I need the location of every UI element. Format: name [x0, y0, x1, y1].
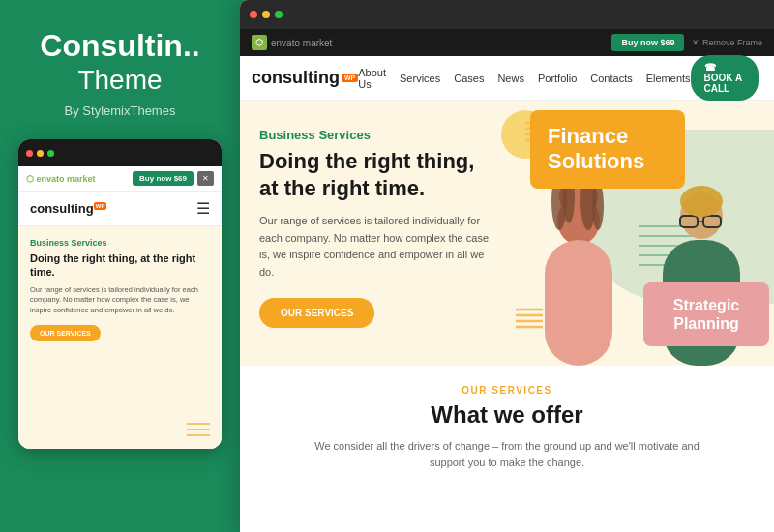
theme-subtitle: Theme [77, 65, 162, 96]
hamburger-icon[interactable]: ☰ [196, 199, 210, 218]
nav-about-us[interactable]: About Us [358, 67, 386, 90]
our-services-button[interactable]: OUR SERVICES [259, 298, 374, 328]
our-services-subtitle: OUR SERVICES [259, 385, 755, 396]
envato-top-bar: ⬡ envato market Buy now $69 ✕ Remove Fra… [240, 29, 774, 56]
mobile-buy-button[interactable]: Buy now $69 [133, 171, 194, 186]
envato-icon: ⬡ [252, 35, 267, 50]
envato-logo: ⬡ envato market [252, 35, 332, 50]
site-nav: consultingWP About Us Services Cases New… [240, 56, 774, 101]
right-panel: ⬡ envato market Buy now $69 ✕ Remove Fra… [240, 0, 774, 532]
site-logo: consultingWP [252, 68, 358, 88]
book-call-button[interactable]: ☎ BOOK A CALL [691, 55, 759, 101]
mobile-deco-icon [187, 418, 210, 441]
mobile-logo: consultingWP [30, 201, 106, 216]
svg-point-13 [592, 182, 604, 230]
browser-chrome [240, 0, 774, 29]
nav-services[interactable]: Services [400, 73, 440, 84]
nav-contacts[interactable]: Contacts [590, 73, 632, 84]
mobile-hero: Business Services Doing the right thing,… [18, 226, 222, 449]
nav-news[interactable]: News [497, 73, 524, 84]
mobile-nav: consultingWP ☰ [18, 192, 222, 226]
mobile-hero-title: Doing the right thing, at the right time… [30, 251, 210, 280]
mobile-business-label: Business Services [30, 238, 210, 248]
hero-description: Our range of services is tailored indivi… [259, 213, 491, 281]
hero-right: Finance Solutions [511, 101, 774, 366]
browser-dot-yellow [262, 11, 270, 18]
business-services-label: Business Services [259, 128, 491, 142]
browser-dot-red [250, 11, 257, 18]
mobile-dot-red [26, 150, 33, 157]
nav-elements[interactable]: Elements [646, 73, 691, 84]
envato-market-text: envato market [271, 38, 332, 48]
browser-dot-green [275, 11, 283, 18]
hero-section: Business Services Doing the right thing,… [240, 101, 774, 366]
mobile-mockup: ⬡ envato market Buy now $69 ✕ consulting… [18, 139, 222, 449]
mobile-hero-description: Our range of services is tailored indivi… [30, 285, 210, 316]
hero-main-title: Doing the right thing, at the right time… [259, 148, 491, 201]
what-we-offer-title: What we offer [259, 401, 755, 429]
envato-right-controls: Buy now $69 ✕ Remove Frame [611, 34, 762, 51]
svg-point-19 [680, 186, 723, 217]
what-we-offer-section: OUR SERVICES What we offer We consider a… [240, 366, 774, 532]
mobile-envato-logo: ⬡ envato market [26, 174, 96, 184]
mobile-browser-chrome [18, 139, 222, 166]
svg-rect-8 [545, 240, 612, 366]
remove-frame-button[interactable]: ✕ Remove Frame [692, 38, 762, 47]
theme-author: By StylemixThemes [65, 103, 176, 118]
nav-cases[interactable]: Cases [454, 73, 484, 84]
what-we-offer-description: We consider all the drivers of change – … [313, 438, 700, 470]
mobile-dot-yellow [37, 150, 44, 157]
left-panel: Consultin.. Theme By StylemixThemes ⬡ en… [0, 0, 240, 532]
mobile-dot-green [47, 150, 54, 157]
envato-buy-button[interactable]: Buy now $69 [611, 34, 684, 51]
mobile-our-services-button[interactable]: OUR SERVICES [30, 325, 101, 341]
mobile-close-button[interactable]: ✕ [197, 171, 214, 186]
mobile-envato-bar: ⬡ envato market Buy now $69 ✕ [18, 166, 222, 192]
theme-title: Consultin.. [40, 29, 199, 63]
nav-links: About Us Services Cases News Portfolio C… [358, 67, 690, 90]
nav-portfolio[interactable]: Portfolio [538, 73, 577, 84]
finance-bubble: Finance Solutions [530, 110, 685, 189]
hero-left: Business Services Doing the right thing,… [240, 101, 511, 328]
strategic-bubble: Strategic Planning [643, 282, 769, 346]
deco-stripe-bottom-icon [516, 305, 543, 332]
